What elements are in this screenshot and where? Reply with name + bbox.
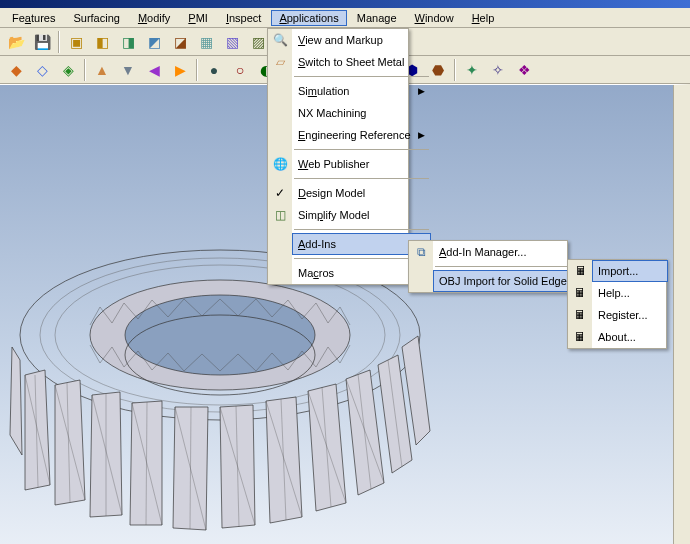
menu-separator xyxy=(294,229,429,230)
tool-r-icon[interactable]: ✧ xyxy=(486,58,510,82)
menu-item-web-publisher[interactable]: 🌐 Web Publisher xyxy=(292,153,431,175)
add-ins-submenu: ⧉ Add-In Manager... OBJ Import for Solid… xyxy=(408,240,568,293)
tool-cube4-icon[interactable]: ◪ xyxy=(168,30,192,54)
label: Add-Ins xyxy=(298,238,336,250)
tool-c-icon[interactable]: ◈ xyxy=(56,58,80,82)
label: Design Model xyxy=(298,187,365,199)
label: OBJ Import for Solid Edge xyxy=(439,275,567,287)
tool-cube6-icon[interactable]: ▧ xyxy=(220,30,244,54)
label: Web Publisher xyxy=(298,158,369,170)
svg-point-2 xyxy=(125,295,315,375)
menu-item-obj-import[interactable]: OBJ Import for Solid Edge ▶ xyxy=(433,270,587,292)
tool-s-icon[interactable]: ❖ xyxy=(512,58,536,82)
tool-d-icon[interactable]: ▲ xyxy=(90,58,114,82)
menubar: Features Surfacing Modify PMI Inspect Ap… xyxy=(0,8,690,28)
check-icon: ✓ xyxy=(270,186,290,200)
toolbar-sep xyxy=(58,31,60,53)
menu-item-view-markup[interactable]: 🔍 View and Markup xyxy=(292,29,431,51)
sheet-metal-icon: ▱ xyxy=(270,55,290,69)
tool-cube2-icon[interactable]: ◨ xyxy=(116,30,140,54)
menu-manage[interactable]: Manage xyxy=(349,10,405,26)
label: Import... xyxy=(598,265,638,277)
menu-features[interactable]: Features xyxy=(4,10,63,26)
menu-separator xyxy=(294,76,429,77)
tool-f-icon[interactable]: ◀ xyxy=(142,58,166,82)
tool-cube3-icon[interactable]: ◩ xyxy=(142,30,166,54)
menu-surfacing[interactable]: Surfacing xyxy=(65,10,127,26)
label: Engineering Reference xyxy=(298,129,411,141)
menu-separator xyxy=(435,266,585,267)
tool-box-icon[interactable]: ▣ xyxy=(64,30,88,54)
label: View and Markup xyxy=(298,34,383,46)
label: Help... xyxy=(598,287,630,299)
toolbar-sep xyxy=(84,59,86,81)
menu-item-help[interactable]: 🖩 Help... xyxy=(592,282,668,304)
tool-h-icon[interactable]: ● xyxy=(202,58,226,82)
menu-item-simplify-model[interactable]: ◫ Simplify Model xyxy=(292,204,431,226)
menu-item-eng-reference[interactable]: Engineering Reference ▶ xyxy=(292,124,431,146)
label: Add-In Manager... xyxy=(439,246,526,258)
tool-cube5-icon[interactable]: ▦ xyxy=(194,30,218,54)
magnifier-icon: 🔍 xyxy=(270,33,290,47)
tool-cube-icon[interactable]: ◧ xyxy=(90,30,114,54)
globe-icon: 🌐 xyxy=(270,157,290,171)
menu-item-switch-sheet-metal[interactable]: ▱ Switch to Sheet Metal xyxy=(292,51,431,73)
label: NX Machining xyxy=(298,107,366,119)
obj-import-submenu: 🖩 Import... 🖩 Help... 🖩 Register... 🖩 Ab… xyxy=(567,259,667,349)
tool-g-icon[interactable]: ▶ xyxy=(168,58,192,82)
menu-modify[interactable]: Modify xyxy=(130,10,178,26)
label: Simulation xyxy=(298,85,349,97)
addin-manager-icon: ⧉ xyxy=(411,245,431,259)
label: Switch to Sheet Metal xyxy=(298,56,404,68)
label: Macros xyxy=(298,267,334,279)
menu-item-import[interactable]: 🖩 Import... xyxy=(592,260,668,282)
menu-item-addin-manager[interactable]: ⧉ Add-In Manager... xyxy=(433,241,587,263)
tool-e-icon[interactable]: ▼ xyxy=(116,58,140,82)
calculator-icon: 🖩 xyxy=(570,330,590,344)
submenu-arrow-icon: ▶ xyxy=(418,86,425,96)
tool-save-icon[interactable]: 💾 xyxy=(30,30,54,54)
window-titlebar xyxy=(0,0,690,8)
tool-b-icon[interactable]: ◇ xyxy=(30,58,54,82)
tool-open-icon[interactable]: 📂 xyxy=(4,30,28,54)
calculator-icon: 🖩 xyxy=(571,264,591,278)
tool-a-icon[interactable]: ◆ xyxy=(4,58,28,82)
menu-item-design-model[interactable]: ✓ Design Model xyxy=(292,182,431,204)
label: Register... xyxy=(598,309,648,321)
menu-applications[interactable]: Applications xyxy=(271,10,346,26)
toolbar-sep xyxy=(196,59,198,81)
calculator-icon: 🖩 xyxy=(570,308,590,322)
menu-separator xyxy=(294,149,429,150)
menu-item-simulation[interactable]: Simulation ▶ xyxy=(292,80,431,102)
label: About... xyxy=(598,331,636,343)
toolbar-sep xyxy=(454,59,456,81)
tool-i-icon[interactable]: ○ xyxy=(228,58,252,82)
submenu-arrow-icon: ▶ xyxy=(418,130,425,140)
menu-help[interactable]: Help xyxy=(464,10,503,26)
menu-item-register[interactable]: 🖩 Register... xyxy=(592,304,668,326)
menu-item-about[interactable]: 🖩 About... xyxy=(592,326,668,348)
simplify-icon: ◫ xyxy=(270,208,290,222)
calculator-icon: 🖩 xyxy=(570,286,590,300)
applications-menu: 🔍 View and Markup ▱ Switch to Sheet Meta… xyxy=(267,28,409,285)
menu-separator xyxy=(294,178,429,179)
menu-window[interactable]: Window xyxy=(407,10,462,26)
label: Simplify Model xyxy=(298,209,370,221)
menu-inspect[interactable]: Inspect xyxy=(218,10,269,26)
menu-item-nx-machining[interactable]: NX Machining xyxy=(292,102,431,124)
tool-q-icon[interactable]: ✦ xyxy=(460,58,484,82)
menu-pmi[interactable]: PMI xyxy=(180,10,216,26)
